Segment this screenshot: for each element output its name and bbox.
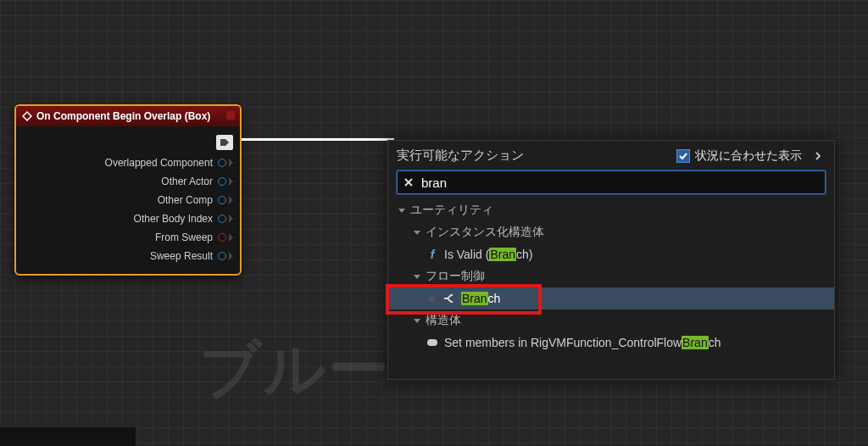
action-item-label: Branch bbox=[461, 292, 500, 305]
action-tree[interactable]: ユーティリティ インスタンス化構造体 f Is Valid (Branch) フ… bbox=[388, 199, 834, 379]
context-sensitive-label: 状況に合わせた表示 bbox=[695, 148, 802, 164]
pin-expand-icon bbox=[229, 252, 233, 260]
pin-label: Other Body Index bbox=[134, 213, 213, 225]
pin-label: Other Comp bbox=[158, 194, 213, 206]
function-f-icon: f bbox=[426, 248, 439, 261]
pin-port-icon[interactable] bbox=[218, 252, 226, 260]
context-sensitive-toggle[interactable]: 状況に合わせた表示 bbox=[676, 148, 826, 164]
branch-node-icon bbox=[442, 292, 456, 305]
search-field[interactable] bbox=[397, 170, 826, 194]
pin-expand-icon bbox=[229, 196, 233, 204]
action-item-branch[interactable]: Branch bbox=[388, 287, 834, 309]
svg-marker-10 bbox=[414, 319, 420, 323]
category-label: 構造体 bbox=[426, 313, 461, 328]
clear-search-icon[interactable] bbox=[398, 177, 420, 187]
category-instanced-struct[interactable]: インスタンス化構造体 bbox=[388, 221, 834, 243]
favorite-star-icon[interactable] bbox=[426, 293, 437, 304]
pin-expand-icon bbox=[229, 233, 233, 242]
checkbox-checked-icon[interactable] bbox=[676, 149, 690, 163]
category-struct[interactable]: 構造体 bbox=[388, 309, 834, 332]
category-label: ユーティリティ bbox=[410, 203, 493, 218]
pin-port-icon[interactable] bbox=[218, 196, 226, 204]
category-label: フロー制御 bbox=[426, 269, 485, 284]
action-item-set-members-branch[interactable]: Set members in RigVMFunction_ControlFlow… bbox=[388, 332, 834, 354]
chevron-right-icon bbox=[812, 150, 824, 162]
exec-wire[interactable] bbox=[242, 138, 394, 141]
pin-label: Sweep Result bbox=[150, 250, 213, 262]
disclosure-down-icon bbox=[412, 315, 422, 326]
node-header[interactable]: On Component Begin Overlap (Box) bbox=[16, 106, 240, 126]
action-item-is-valid-branch[interactable]: f Is Valid (Branch) bbox=[388, 243, 834, 265]
pin-port-icon[interactable] bbox=[218, 233, 226, 242]
disclosure-down-icon bbox=[412, 271, 422, 282]
pin-port-icon[interactable] bbox=[218, 177, 226, 186]
action-context-menu[interactable]: 実行可能なアクション 状況に合わせた表示 ユーティリティ bbox=[387, 140, 835, 380]
pin-expand-icon bbox=[229, 215, 233, 223]
pin-label: From Sweep bbox=[155, 231, 213, 243]
svg-marker-0 bbox=[23, 112, 31, 120]
category-label: インスタンス化構造体 bbox=[426, 225, 544, 240]
output-pin-row[interactable]: Other Actor bbox=[23, 172, 233, 191]
svg-marker-6 bbox=[414, 275, 420, 279]
exec-output-pin[interactable] bbox=[216, 135, 233, 150]
output-pin-row[interactable]: Overlapped Component bbox=[23, 153, 233, 172]
output-pin-row[interactable]: Other Body Index bbox=[23, 209, 233, 228]
pin-label: Overlapped Component bbox=[105, 157, 213, 169]
svg-marker-5 bbox=[414, 231, 420, 235]
pin-port-icon[interactable] bbox=[218, 215, 226, 223]
watermark-text: ブルー bbox=[199, 329, 391, 410]
pin-expand-icon bbox=[229, 177, 233, 186]
node-title: On Component Begin Overlap (Box) bbox=[36, 110, 210, 122]
pin-expand-icon bbox=[229, 159, 233, 167]
event-node-on-component-begin-overlap[interactable]: On Component Begin Overlap (Box) Overlap… bbox=[14, 104, 242, 276]
output-pin-row[interactable]: Other Comp bbox=[23, 191, 233, 209]
action-item-label: Is Valid (Branch) bbox=[444, 248, 532, 261]
event-diamond-icon bbox=[21, 110, 33, 122]
disclosure-down-icon bbox=[412, 227, 422, 237]
action-item-label: Set members in RigVMFunction_ControlFlow… bbox=[444, 336, 721, 349]
svg-marker-1 bbox=[220, 139, 229, 146]
svg-marker-9 bbox=[451, 301, 453, 304]
category-flow-control[interactable]: フロー制御 bbox=[388, 265, 834, 287]
node-header-indicator bbox=[226, 111, 235, 120]
pin-port-icon[interactable] bbox=[218, 159, 226, 167]
output-pin-row[interactable]: Sweep Result bbox=[23, 247, 233, 265]
output-pin-row[interactable]: From Sweep bbox=[23, 228, 233, 247]
context-menu-title: 実行可能なアクション bbox=[397, 148, 524, 164]
struct-pill-icon bbox=[426, 336, 439, 349]
svg-marker-4 bbox=[398, 209, 405, 213]
svg-marker-8 bbox=[451, 294, 453, 297]
pin-label: Other Actor bbox=[161, 176, 213, 187]
disclosure-down-icon bbox=[397, 205, 407, 215]
svg-marker-7 bbox=[427, 294, 436, 303]
bottom-status-strip bbox=[0, 427, 136, 446]
node-body: Overlapped Component Other Actor Other C… bbox=[16, 126, 240, 274]
search-input[interactable] bbox=[420, 176, 825, 190]
category-utility[interactable]: ユーティリティ bbox=[388, 199, 834, 221]
